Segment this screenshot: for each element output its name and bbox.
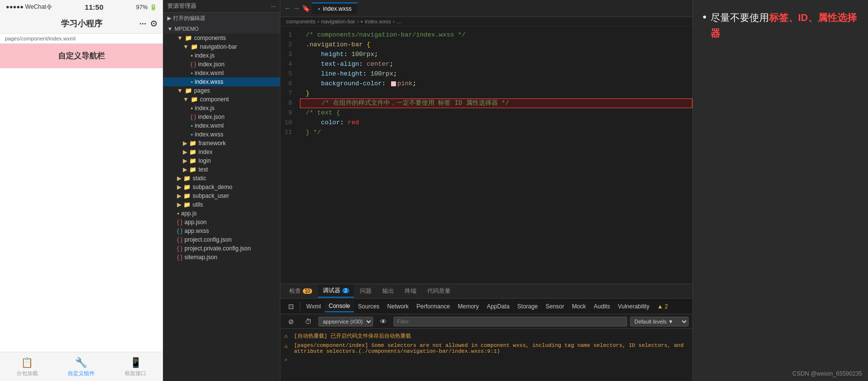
console-toolbar: ⊘ ⏱ appservice (#30) 👁 Default levels ▼	[280, 314, 692, 329]
devtools-tab-warning-count[interactable]: ▲ 2	[653, 301, 672, 312]
tree-item-app-js[interactable]: ▪ app.js	[163, 209, 280, 218]
devtools-tab-console[interactable]: Console	[325, 301, 354, 312]
phone-header: 学习小程序 ··· ⊙	[0, 14, 163, 34]
annotation-bullet: •	[703, 10, 707, 25]
debug-tab-check[interactable]: 检查 10	[284, 285, 317, 297]
phone-tab-bar: 📋 分包加载 🔧 自定义组件 📱 框架接口	[0, 352, 163, 381]
devtools-tab-vulnerability[interactable]: Vulnerability	[614, 301, 653, 312]
code-editor[interactable]: 1 2 3 4 5 6 7 8 9 10 11 /* components/na…	[280, 26, 692, 284]
divider	[300, 302, 300, 311]
chevron-right-icon: ▶	[177, 192, 181, 199]
console-prompt[interactable]: >	[284, 356, 689, 364]
console-context-btn[interactable]: ⏱	[301, 317, 316, 326]
devtools-tab-sources[interactable]: Sources	[354, 301, 383, 312]
tree-item-pages[interactable]: ▼ 📁 pages	[163, 86, 280, 95]
debug-tab-terminal[interactable]: 终端	[400, 285, 421, 297]
eye-icon-btn[interactable]: 👁	[376, 317, 391, 326]
tree-item-nav-index-json[interactable]: { } index.json	[163, 60, 280, 69]
tree-item-nav-index-js[interactable]: ▪ index.js	[163, 51, 280, 60]
code-line-6: background-color: pink;	[300, 79, 692, 89]
folder-icon: 📁	[185, 87, 192, 94]
debug-tab-debugger[interactable]: 调试器 2	[318, 285, 354, 298]
devtools-tab-storage[interactable]: Storage	[513, 301, 542, 312]
code-line-9: /* text {	[300, 108, 692, 118]
tree-item-subpack-user[interactable]: ▶ 📁 subpack_user	[163, 191, 280, 200]
phone-simulator: ●●●●● WeChat令 11:50 97% 🔋 学习小程序 ··· ⊙ pa…	[0, 0, 163, 381]
phone-battery: 97% 🔋	[136, 4, 157, 11]
console-warn-2: ⚠ [pages/component/index] Some selectors…	[284, 341, 689, 356]
file-tree-section-open-editors[interactable]: ▶ 打开的编辑器	[163, 13, 280, 24]
warn-icon-2: ⚠	[284, 343, 291, 350]
tree-item-component-index-js[interactable]: ▪ index.js	[163, 104, 280, 113]
bookmark-icon[interactable]: 🔖	[302, 4, 310, 12]
file-tree-more-icon[interactable]: ···	[271, 3, 276, 10]
json-file-icon: { }	[177, 219, 182, 226]
nav-forward-icon[interactable]: →	[293, 4, 300, 12]
editor-tab-wxss[interactable]: ▪ index.wxss	[312, 2, 357, 14]
wxml-file-icon: ▪	[191, 122, 193, 129]
annotation-content: • 尽量不要使用标签、ID、属性选择器	[703, 10, 858, 41]
tree-item-app-wxss[interactable]: { } app.wxss	[163, 227, 280, 235]
tree-item-static[interactable]: ▶ 📁 static	[163, 174, 280, 183]
tree-item-component-index-json[interactable]: { } index.json	[163, 113, 280, 121]
devtools-tab-memory[interactable]: Memory	[454, 301, 483, 312]
devtools-select-btn[interactable]: ⊡	[284, 302, 298, 311]
tab-icon-1: 🔧	[75, 357, 87, 368]
phone-status-bar: ●●●●● WeChat令 11:50 97% 🔋	[0, 0, 163, 14]
tree-item-utils[interactable]: ▶ 📁 utils	[163, 200, 280, 209]
devtools-tab-audits[interactable]: Audits	[590, 301, 614, 312]
folder-icon: 📁	[189, 157, 197, 164]
tree-item-index[interactable]: ▶ 📁 index	[163, 148, 280, 156]
nav-back-icon[interactable]: ←	[284, 4, 291, 12]
chevron-down-icon: ▼	[177, 87, 183, 94]
tree-item-login[interactable]: ▶ 📁 login	[163, 156, 280, 165]
tree-item-subpack-demo[interactable]: ▶ 📁 subpack_demo	[163, 183, 280, 191]
file-tree-section-mpdemo[interactable]: ▼ MPDEMO	[163, 24, 280, 34]
tree-item-sitemap[interactable]: { } sitemap.json	[163, 253, 280, 262]
devtools-tab-appdata[interactable]: AppData	[483, 301, 513, 312]
devtools-tab-performance[interactable]: Performance	[413, 301, 454, 312]
tree-item-nav-index-wxss[interactable]: ▪ index.wxss	[163, 77, 280, 86]
tree-item-navigation-bar[interactable]: ▼ 📁 navigation-bar	[163, 42, 280, 51]
devtools-tab-wxml[interactable]: Wxml	[302, 301, 325, 312]
context-selector[interactable]: appservice (#30)	[318, 317, 373, 326]
console-clear-btn[interactable]: ⊘	[284, 317, 298, 326]
console-filter-input[interactable]	[394, 317, 627, 326]
devtools-tab-mock[interactable]: Mock	[568, 301, 590, 312]
tree-item-component-index-wxss[interactable]: ▪ index.wxss	[163, 130, 280, 139]
tree-item-test[interactable]: ▶ 📁 test	[163, 165, 280, 174]
editor-tab-label: index.wxss	[323, 5, 352, 12]
warn-icon-1: ⚠	[284, 332, 291, 340]
tree-item-component[interactable]: ▼ 📁 component	[163, 95, 280, 104]
devtools-tab-network[interactable]: Network	[383, 301, 413, 312]
tree-item-project-config[interactable]: { } project.config.json	[163, 235, 280, 244]
debug-tab-output[interactable]: 输出	[377, 285, 399, 297]
tab-label-0: 分包加载	[17, 370, 38, 377]
phone-time: 11:50	[85, 3, 103, 11]
phone-url-bar: pages/component/index.wxml	[0, 34, 163, 44]
devtools-tabs-row: ⊡ Wxml Console Sources Network Performan…	[280, 299, 692, 314]
tree-item-nav-index-wxml[interactable]: ▪ index.wxml	[163, 69, 280, 77]
log-level-select[interactable]: Default levels ▼	[630, 317, 689, 326]
phone-tab-item-2[interactable]: 📱 框架接口	[109, 352, 163, 381]
folder-icon: 📁	[183, 192, 191, 199]
tree-item-project-private[interactable]: { } project.private.config.json	[163, 244, 280, 253]
tree-item-framework[interactable]: ▶ 📁 framework	[163, 139, 280, 148]
file-tree-toolbar: 资源管理器 ···	[163, 0, 280, 13]
editor-panel: ← → 🔖 ▪ index.wxss components › navigati…	[280, 0, 692, 381]
chevron-right-icon: ▶	[167, 15, 171, 21]
folder-icon: 📁	[189, 140, 197, 147]
debug-tab-issues[interactable]: 问题	[355, 285, 376, 297]
chevron-right-icon: ▶	[183, 140, 187, 147]
debug-tab-code-quality[interactable]: 代码质量	[422, 285, 455, 297]
phone-title: 学习小程序	[61, 18, 102, 29]
tree-item-components[interactable]: ▼ 📁 components	[163, 34, 280, 42]
tree-item-app-json[interactable]: { } app.json	[163, 218, 280, 227]
tree-item-component-index-wxml[interactable]: ▪ index.wxml	[163, 121, 280, 130]
json-file-icon: { }	[177, 254, 182, 261]
folder-icon: 📁	[189, 149, 197, 155]
phone-tab-item-1[interactable]: 🔧 自定义组件	[54, 352, 108, 381]
devtools-tab-sensor[interactable]: Sensor	[542, 301, 568, 312]
chevron-right-icon: ▶	[183, 157, 187, 164]
phone-tab-item-0[interactable]: 📋 分包加载	[0, 352, 54, 381]
